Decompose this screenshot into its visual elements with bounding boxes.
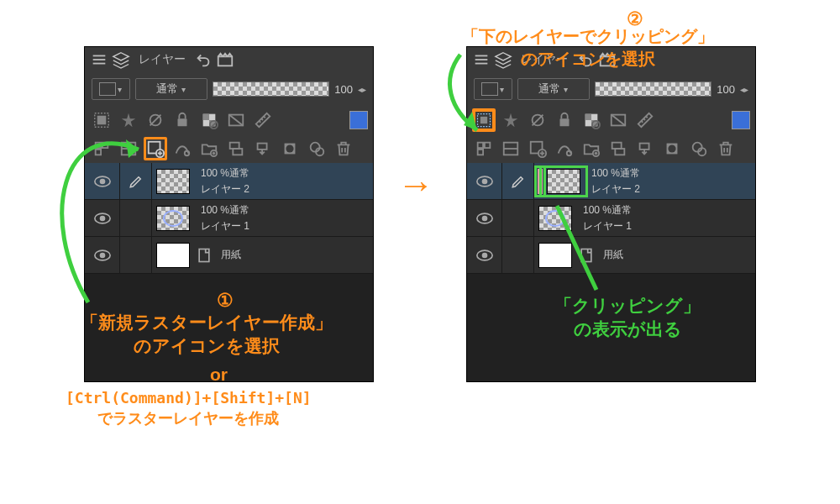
- arrow-icon: →: [397, 164, 434, 206]
- green-arrow-step1: [46, 84, 181, 311]
- paper-icon: [194, 245, 214, 265]
- blend-mode-dropdown[interactable]: 通常▾: [517, 78, 590, 100]
- svg-point-74: [567, 151, 572, 156]
- visible-icon[interactable]: [467, 163, 502, 199]
- keyboard-shortcut: [Ctrl(Command)]+[Shift]+[N] でラスターレイヤーを作成: [66, 388, 312, 429]
- mask-icon[interactable]: [278, 137, 302, 160]
- layer-thumbnail: [547, 169, 580, 194]
- lock-transparent-icon[interactable]: [197, 108, 221, 132]
- opacity-value: 100: [717, 83, 735, 96]
- merge-down-icon[interactable]: [251, 137, 275, 160]
- layer-name: レイヤー 1: [201, 219, 249, 234]
- svg-rect-78: [612, 143, 622, 149]
- svg-point-37: [311, 143, 320, 152]
- svg-rect-54: [560, 118, 570, 126]
- svg-rect-33: [233, 149, 242, 155]
- lock-transparent-icon[interactable]: [580, 108, 603, 132]
- layer-blend: 100 %通常: [201, 203, 249, 218]
- svg-rect-4: [218, 56, 233, 66]
- opacity-stepper[interactable]: ◂▸: [740, 85, 748, 94]
- layer-color-swatch[interactable]: [349, 111, 368, 129]
- svg-point-82: [668, 144, 675, 152]
- svg-point-88: [481, 215, 487, 221]
- ruler-icon[interactable]: [251, 108, 275, 132]
- svg-point-28: [185, 151, 190, 156]
- svg-marker-3: [113, 53, 129, 60]
- svg-rect-32: [230, 143, 239, 149]
- apply-mask-icon[interactable]: [305, 137, 328, 160]
- new-folder-icon[interactable]: [580, 137, 603, 160]
- or-text: or: [210, 363, 228, 386]
- step1-number: ①: [217, 288, 234, 313]
- svg-rect-67: [478, 150, 483, 155]
- layer-name: 用紙: [221, 248, 241, 262]
- draft-icon[interactable]: [526, 108, 549, 132]
- layer-blend: 100 %通常: [591, 166, 640, 181]
- svg-rect-56: [585, 114, 591, 120]
- svg-point-90: [481, 252, 487, 258]
- new-vector-layer-icon[interactable]: [553, 137, 576, 160]
- svg-line-63: [643, 118, 645, 120]
- svg-point-83: [693, 143, 702, 152]
- undo-icon[interactable]: [194, 50, 213, 69]
- layers-icon[interactable]: [112, 50, 130, 69]
- svg-point-86: [481, 178, 487, 184]
- step1-text: 「新規ラスターレイヤー作成」 のアイコンを選択: [81, 311, 333, 359]
- svg-line-18: [264, 116, 265, 118]
- blend-mode-label: 通常: [538, 81, 560, 97]
- svg-rect-45: [199, 249, 209, 261]
- transfer-down-icon[interactable]: [606, 137, 630, 160]
- lock-icon[interactable]: [553, 108, 576, 132]
- trash-icon[interactable]: [714, 137, 738, 160]
- opacity-slider[interactable]: [213, 81, 330, 97]
- svg-line-15: [229, 115, 244, 126]
- empty-icon: [502, 200, 534, 236]
- svg-line-17: [261, 118, 263, 120]
- layer-name: レイヤー 2: [591, 182, 640, 197]
- apply-mask-icon[interactable]: [687, 137, 711, 160]
- layer-row[interactable]: 100 %通常レイヤー 2: [467, 163, 755, 200]
- layer-name: レイヤー 2: [201, 182, 249, 197]
- svg-rect-79: [615, 149, 624, 155]
- svg-marker-92: [126, 139, 139, 158]
- new-raster-layer-button[interactable]: [526, 137, 549, 160]
- opacity-value: 100: [334, 83, 353, 96]
- svg-line-94: [557, 206, 596, 290]
- visible-icon[interactable]: [467, 237, 502, 273]
- svg-line-62: [641, 121, 643, 123]
- green-line-clip: [550, 202, 617, 302]
- clip-result-text: 「クリッピング」 の表示が出る: [554, 294, 701, 342]
- visible-icon[interactable]: [467, 200, 502, 236]
- svg-line-64: [646, 116, 648, 118]
- transfer-down-icon[interactable]: [224, 137, 248, 160]
- new-folder-icon[interactable]: [197, 137, 221, 160]
- layer-color-swatch[interactable]: [732, 111, 750, 129]
- clapper-icon[interactable]: [216, 50, 234, 69]
- svg-line-16: [259, 121, 260, 123]
- empty-icon: [502, 237, 534, 273]
- mask-enable-icon[interactable]: [606, 108, 630, 132]
- layer-blend: 100 %通常: [201, 166, 249, 181]
- opacity-stepper[interactable]: ◂▸: [358, 85, 366, 94]
- trash-icon[interactable]: [332, 137, 355, 160]
- svg-point-36: [286, 144, 293, 152]
- menu-icon[interactable]: [90, 50, 108, 69]
- svg-rect-34: [258, 144, 267, 150]
- panel-header: レイヤー: [85, 47, 373, 72]
- mask-icon[interactable]: [660, 137, 684, 160]
- pen-icon[interactable]: [502, 163, 534, 199]
- svg-line-61: [612, 115, 626, 126]
- mask-enable-icon[interactable]: [224, 108, 248, 132]
- svg-rect-80: [640, 144, 649, 150]
- panel-title: レイヤー: [134, 52, 191, 67]
- step2-text: 「下のレイヤーでクリッピング」 のアイコンを選択: [462, 25, 714, 71]
- opacity-slider[interactable]: [595, 81, 712, 97]
- merge-down-icon[interactable]: [633, 137, 657, 160]
- ruler-icon[interactable]: [633, 108, 657, 132]
- svg-rect-10: [203, 114, 209, 120]
